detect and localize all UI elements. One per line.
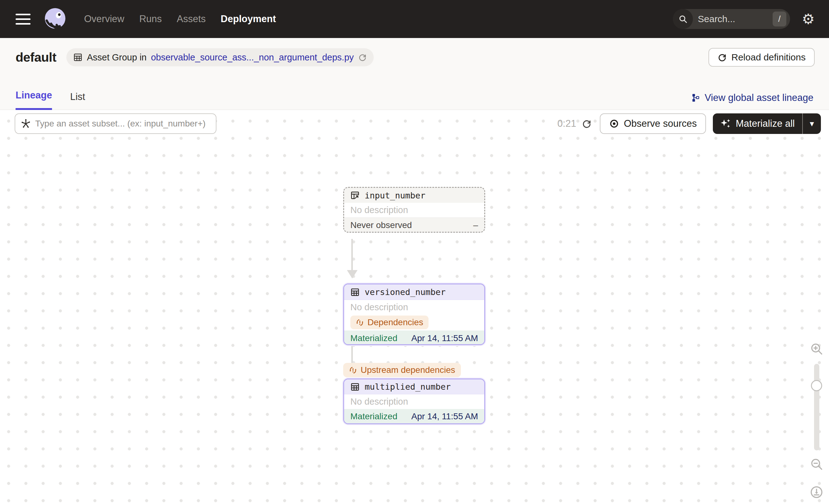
download-image-icon[interactable] — [810, 485, 823, 499]
asset-description: No description — [344, 300, 484, 314]
asset-status: Never observed — [350, 220, 412, 230]
search-icon — [673, 9, 693, 29]
search-input[interactable] — [693, 14, 772, 24]
dagster-logo[interactable] — [43, 7, 67, 31]
lineage-graph-icon — [691, 94, 700, 102]
upstream-dependencies-badge[interactable]: Upstream dependencies — [343, 363, 461, 377]
nav-item-deployment[interactable]: Deployment — [221, 13, 276, 25]
asset-description: No description — [344, 203, 484, 217]
asset-lineage-canvas[interactable]: 0:21 Observe sources — [0, 110, 829, 504]
asset-group-breadcrumb: Asset Group in observable_source_ass..._… — [66, 48, 374, 66]
source-asset-icon — [350, 191, 360, 200]
asset-name: versioned_number — [365, 287, 446, 297]
sparkle-icon — [720, 118, 731, 129]
nav-item-runs[interactable]: Runs — [139, 13, 161, 25]
search-shortcut-key: / — [772, 11, 786, 27]
asset-description: No description — [344, 394, 484, 409]
tab-bar: Lineage List View global asset lineage — [0, 90, 829, 110]
asset-table-icon — [350, 288, 360, 297]
materialize-all-button[interactable]: Materialize all ▾ — [713, 113, 821, 134]
asset-group-label: Asset Group in — [87, 52, 147, 63]
zoom-controls — [808, 342, 825, 499]
asset-node-versioned-number[interactable]: versioned_number No description Dependen… — [343, 284, 485, 345]
observe-sources-button[interactable]: Observe sources — [600, 113, 706, 134]
primary-nav: Overview Runs Assets Deployment — [84, 13, 276, 25]
zoom-in-icon[interactable] — [810, 342, 823, 356]
asset-status: Materialized — [350, 333, 397, 343]
hamburger-menu-icon[interactable] — [15, 14, 31, 25]
nav-item-overview[interactable]: Overview — [84, 13, 124, 25]
tab-list[interactable]: List — [70, 91, 85, 110]
asset-status-value: – — [473, 220, 478, 230]
asset-timestamp: Apr 14, 11:55 AM — [411, 333, 478, 343]
zoom-slider-handle[interactable] — [811, 380, 822, 391]
page-title: default — [15, 50, 57, 65]
reload-icon — [718, 52, 727, 62]
tab-lineage[interactable]: Lineage — [15, 90, 52, 110]
asset-node-multiplied-number[interactable]: multiplied_number No description Materia… — [343, 379, 485, 424]
asset-timestamp: Apr 14, 11:55 AM — [411, 411, 478, 422]
asset-group-icon — [73, 52, 82, 62]
zoom-slider[interactable] — [814, 364, 819, 451]
nav-item-assets[interactable]: Assets — [177, 13, 206, 25]
top-nav: Overview Runs Assets Deployment / ⚙ — [0, 0, 829, 38]
asset-name: input_number — [365, 191, 425, 200]
view-global-asset-lineage-link[interactable]: View global asset lineage — [691, 92, 814, 110]
asset-name: multiplied_number — [365, 382, 450, 392]
asset-group-file-link[interactable]: observable_source_ass..._non_argument_de… — [151, 52, 354, 63]
asset-node-input-number[interactable]: input_number No description Never observ… — [343, 187, 485, 233]
edge-arrowhead — [347, 270, 358, 279]
materialize-dropdown-caret[interactable]: ▾ — [803, 113, 821, 134]
asset-subset-filter[interactable] — [15, 113, 216, 134]
observe-eye-icon — [609, 119, 619, 129]
graph-toolbar: 0:21 Observe sources — [557, 113, 821, 134]
edge-input-to-versioned — [351, 239, 353, 271]
reload-definitions-button[interactable]: Reload definitions — [709, 48, 815, 67]
graph-refresh-icon[interactable] — [582, 119, 592, 129]
settings-gear-icon[interactable]: ⚙ — [802, 12, 815, 26]
zoom-out-icon[interactable] — [810, 457, 823, 471]
edge-versioned-to-multiplied — [351, 345, 353, 364]
global-search[interactable]: / — [673, 9, 790, 29]
asset-status: Materialized — [350, 411, 397, 422]
asset-table-icon — [350, 382, 360, 392]
asset-graph-filter-icon — [21, 119, 31, 129]
dependencies-badge[interactable]: Dependencies — [350, 316, 429, 329]
page-header: default Asset Group in observable_source… — [0, 38, 829, 110]
breadcrumb-refresh-icon[interactable] — [358, 53, 367, 62]
auto-refresh-timer: 0:21 — [557, 118, 576, 129]
asset-subset-input[interactable] — [35, 119, 214, 129]
